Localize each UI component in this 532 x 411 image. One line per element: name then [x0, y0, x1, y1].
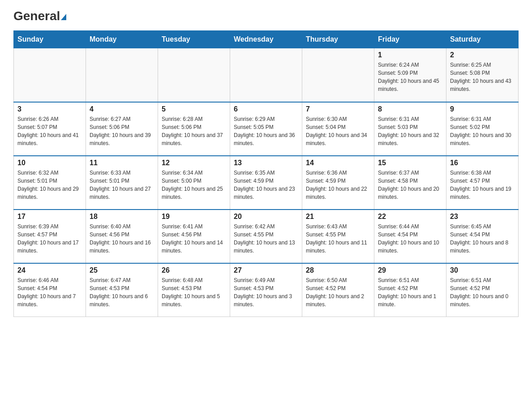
- day-info: Sunrise: 6:51 AMSunset: 4:52 PMDaylight:…: [378, 276, 442, 308]
- day-number: 11: [90, 159, 154, 167]
- calendar-cell-2-1: 3Sunrise: 6:26 AMSunset: 5:07 PMDaylight…: [14, 102, 86, 156]
- calendar-cell-1-2: [86, 48, 158, 102]
- day-number: 17: [17, 213, 82, 221]
- calendar-cell-4-3: 19Sunrise: 6:41 AMSunset: 4:56 PMDayligh…: [158, 210, 230, 263]
- day-number: 2: [450, 51, 515, 59]
- day-info: Sunrise: 6:29 AMSunset: 5:05 PMDaylight:…: [234, 115, 298, 147]
- day-info: Sunrise: 6:45 AMSunset: 4:54 PMDaylight:…: [450, 223, 515, 255]
- calendar-cell-3-3: 12Sunrise: 6:34 AMSunset: 5:00 PMDayligh…: [158, 156, 230, 210]
- day-info: Sunrise: 6:30 AMSunset: 5:04 PMDaylight:…: [306, 115, 370, 147]
- calendar-week-3: 10Sunrise: 6:32 AMSunset: 5:01 PMDayligh…: [14, 156, 519, 210]
- calendar-cell-1-4: [230, 48, 302, 102]
- calendar-cell-3-6: 15Sunrise: 6:37 AMSunset: 4:58 PMDayligh…: [374, 156, 446, 210]
- calendar-cell-1-7: 2Sunrise: 6:25 AMSunset: 5:08 PMDaylight…: [446, 48, 519, 102]
- day-info: Sunrise: 6:39 AMSunset: 4:57 PMDaylight:…: [17, 223, 82, 255]
- calendar-cell-4-2: 18Sunrise: 6:40 AMSunset: 4:56 PMDayligh…: [86, 210, 158, 263]
- weekday-header-thursday: Thursday: [302, 31, 374, 48]
- day-info: Sunrise: 6:31 AMSunset: 5:03 PMDaylight:…: [378, 115, 442, 147]
- calendar-cell-2-7: 9Sunrise: 6:31 AMSunset: 5:02 PMDaylight…: [446, 102, 519, 156]
- day-info: Sunrise: 6:43 AMSunset: 4:55 PMDaylight:…: [306, 223, 370, 255]
- calendar-week-1: 1Sunrise: 6:24 AMSunset: 5:09 PMDaylight…: [14, 48, 519, 102]
- day-info: Sunrise: 6:44 AMSunset: 4:54 PMDaylight:…: [378, 223, 442, 255]
- calendar-week-5: 24Sunrise: 6:46 AMSunset: 4:54 PMDayligh…: [14, 263, 519, 317]
- day-number: 29: [378, 266, 442, 274]
- day-number: 20: [234, 213, 298, 221]
- weekday-header-sunday: Sunday: [14, 31, 86, 48]
- day-info: Sunrise: 6:40 AMSunset: 4:56 PMDaylight:…: [90, 223, 154, 255]
- calendar-week-2: 3Sunrise: 6:26 AMSunset: 5:07 PMDaylight…: [14, 102, 519, 156]
- calendar-cell-3-7: 16Sunrise: 6:38 AMSunset: 4:57 PMDayligh…: [446, 156, 519, 210]
- calendar-cell-5-4: 27Sunrise: 6:49 AMSunset: 4:53 PMDayligh…: [230, 263, 302, 317]
- day-number: 21: [306, 213, 370, 221]
- day-number: 8: [378, 105, 442, 113]
- calendar-cell-5-5: 28Sunrise: 6:50 AMSunset: 4:52 PMDayligh…: [302, 263, 374, 317]
- day-number: 6: [234, 105, 298, 113]
- day-number: 15: [378, 159, 442, 167]
- day-number: 24: [17, 266, 82, 274]
- logo-triangle-icon: [61, 14, 66, 20]
- calendar-cell-2-5: 7Sunrise: 6:30 AMSunset: 5:04 PMDaylight…: [302, 102, 374, 156]
- logo-text: General: [13, 9, 66, 23]
- calendar-cell-4-4: 20Sunrise: 6:42 AMSunset: 4:55 PMDayligh…: [230, 210, 302, 263]
- calendar-cell-4-1: 17Sunrise: 6:39 AMSunset: 4:57 PMDayligh…: [14, 210, 86, 263]
- day-number: 26: [162, 266, 226, 274]
- day-number: 10: [17, 159, 82, 167]
- day-info: Sunrise: 6:28 AMSunset: 5:06 PMDaylight:…: [162, 115, 226, 147]
- day-number: 19: [162, 213, 226, 221]
- day-number: 14: [306, 159, 370, 167]
- day-info: Sunrise: 6:38 AMSunset: 4:57 PMDaylight:…: [450, 169, 515, 201]
- calendar-cell-2-2: 4Sunrise: 6:27 AMSunset: 5:06 PMDaylight…: [86, 102, 158, 156]
- day-number: 28: [306, 266, 370, 274]
- day-info: Sunrise: 6:25 AMSunset: 5:08 PMDaylight:…: [450, 61, 515, 93]
- day-number: 5: [162, 105, 226, 113]
- calendar-cell-5-2: 25Sunrise: 6:47 AMSunset: 4:53 PMDayligh…: [86, 263, 158, 317]
- calendar-cell-2-4: 6Sunrise: 6:29 AMSunset: 5:05 PMDaylight…: [230, 102, 302, 156]
- calendar-cell-3-2: 11Sunrise: 6:33 AMSunset: 5:01 PMDayligh…: [86, 156, 158, 210]
- weekday-header-row: SundayMondayTuesdayWednesdayThursdayFrid…: [14, 31, 519, 48]
- day-number: 9: [450, 105, 515, 113]
- day-info: Sunrise: 6:51 AMSunset: 4:52 PMDaylight:…: [450, 276, 515, 308]
- day-number: 23: [450, 213, 515, 221]
- day-info: Sunrise: 6:37 AMSunset: 4:58 PMDaylight:…: [378, 169, 442, 201]
- day-info: Sunrise: 6:35 AMSunset: 4:59 PMDaylight:…: [234, 169, 298, 201]
- day-number: 18: [90, 213, 154, 221]
- day-number: 13: [234, 159, 298, 167]
- day-info: Sunrise: 6:50 AMSunset: 4:52 PMDaylight:…: [306, 276, 370, 308]
- day-info: Sunrise: 6:32 AMSunset: 5:01 PMDaylight:…: [17, 169, 82, 201]
- day-info: Sunrise: 6:26 AMSunset: 5:07 PMDaylight:…: [17, 115, 82, 147]
- day-info: Sunrise: 6:31 AMSunset: 5:02 PMDaylight:…: [450, 115, 515, 147]
- day-info: Sunrise: 6:42 AMSunset: 4:55 PMDaylight:…: [234, 223, 298, 255]
- calendar-cell-5-1: 24Sunrise: 6:46 AMSunset: 4:54 PMDayligh…: [14, 263, 86, 317]
- calendar-week-4: 17Sunrise: 6:39 AMSunset: 4:57 PMDayligh…: [14, 210, 519, 263]
- day-info: Sunrise: 6:49 AMSunset: 4:53 PMDaylight:…: [234, 276, 298, 308]
- calendar-cell-5-7: 30Sunrise: 6:51 AMSunset: 4:52 PMDayligh…: [446, 263, 519, 317]
- day-number: 7: [306, 105, 370, 113]
- day-info: Sunrise: 6:34 AMSunset: 5:00 PMDaylight:…: [162, 169, 226, 201]
- day-info: Sunrise: 6:33 AMSunset: 5:01 PMDaylight:…: [90, 169, 154, 201]
- weekday-header-wednesday: Wednesday: [230, 31, 302, 48]
- day-number: 12: [162, 159, 226, 167]
- day-info: Sunrise: 6:47 AMSunset: 4:53 PMDaylight:…: [90, 276, 154, 308]
- day-number: 1: [378, 51, 442, 59]
- day-number: 4: [90, 105, 154, 113]
- calendar-cell-4-7: 23Sunrise: 6:45 AMSunset: 4:54 PMDayligh…: [446, 210, 519, 263]
- day-info: Sunrise: 6:41 AMSunset: 4:56 PMDaylight:…: [162, 223, 226, 255]
- day-info: Sunrise: 6:46 AMSunset: 4:54 PMDaylight:…: [17, 276, 82, 308]
- day-number: 16: [450, 159, 515, 167]
- weekday-header-saturday: Saturday: [446, 31, 519, 48]
- logo: General: [13, 9, 66, 21]
- day-info: Sunrise: 6:24 AMSunset: 5:09 PMDaylight:…: [378, 61, 442, 93]
- day-number: 25: [90, 266, 154, 274]
- calendar-cell-2-3: 5Sunrise: 6:28 AMSunset: 5:06 PMDaylight…: [158, 102, 230, 156]
- day-info: Sunrise: 6:48 AMSunset: 4:53 PMDaylight:…: [162, 276, 226, 308]
- calendar-cell-3-4: 13Sunrise: 6:35 AMSunset: 4:59 PMDayligh…: [230, 156, 302, 210]
- weekday-header-friday: Friday: [374, 31, 446, 48]
- weekday-header-tuesday: Tuesday: [158, 31, 230, 48]
- calendar-cell-3-1: 10Sunrise: 6:32 AMSunset: 5:01 PMDayligh…: [14, 156, 86, 210]
- calendar-cell-5-3: 26Sunrise: 6:48 AMSunset: 4:53 PMDayligh…: [158, 263, 230, 317]
- day-number: 22: [378, 213, 442, 221]
- weekday-header-monday: Monday: [86, 31, 158, 48]
- calendar-cell-4-6: 22Sunrise: 6:44 AMSunset: 4:54 PMDayligh…: [374, 210, 446, 263]
- calendar-cell-1-6: 1Sunrise: 6:24 AMSunset: 5:09 PMDaylight…: [374, 48, 446, 102]
- day-number: 3: [17, 105, 82, 113]
